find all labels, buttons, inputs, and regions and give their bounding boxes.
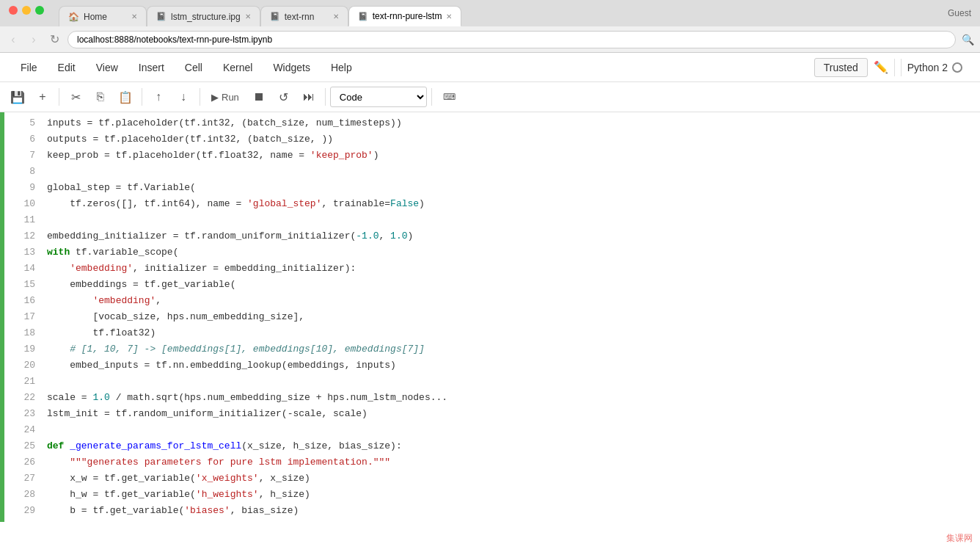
- tab-text-rnn-close[interactable]: ✕: [333, 12, 339, 21]
- line-num-13: 13: [10, 244, 35, 261]
- toolbar-sep-3: [200, 88, 200, 106]
- code-line-6: outputs = tf.placeholder(tf.int32, (batc…: [47, 131, 974, 148]
- line-num-24: 24: [10, 422, 35, 438]
- run-icon: ▶: [211, 92, 219, 103]
- paste-button[interactable]: 📋: [114, 85, 137, 109]
- code-line-9: global_step = tf.Variable(: [47, 180, 974, 196]
- line-num-26: 26: [10, 454, 35, 471]
- tab-active-favicon: 📓: [358, 12, 368, 21]
- code-line-23: lstm_init = tf.random_uniform_initialize…: [47, 406, 974, 422]
- code-line-17: [vocab_size, hps.num_embedding_size],: [47, 309, 974, 325]
- code-line-15: embeddings = tf.get_variable(: [47, 277, 974, 293]
- menu-edit[interactable]: Edit: [49, 59, 84, 76]
- line-num-18: 18: [10, 325, 35, 341]
- divider: [894, 59, 895, 76]
- move-up-button[interactable]: ↑: [147, 85, 170, 109]
- code-lines[interactable]: inputs = tf.placeholder(tf.int32, (batch…: [41, 112, 980, 522]
- add-cell-button[interactable]: +: [31, 85, 54, 109]
- tab-text-rnn[interactable]: 📓 text-rnn ✕: [260, 6, 348, 26]
- menu-cell[interactable]: Cell: [176, 59, 211, 76]
- save-button[interactable]: 💾: [6, 85, 29, 109]
- toolbar-sep-5: [431, 88, 432, 106]
- code-line-20: embed_inputs = tf.nn.embedding_lookup(em…: [47, 357, 974, 374]
- tab-text-rnn-pure-lstm[interactable]: 📓 text-rnn-pure-lstm ✕: [348, 6, 462, 26]
- line-num-20: 20: [10, 357, 35, 374]
- code-line-14: 'embedding', initializer = embedding_ini…: [47, 261, 974, 277]
- trusted-button[interactable]: Trusted: [814, 58, 868, 77]
- menu-widgets[interactable]: Widgets: [264, 59, 319, 76]
- code-line-8: [47, 164, 974, 180]
- keyboard-shortcuts-button[interactable]: ⌨: [436, 85, 462, 109]
- line-num-16: 16: [10, 293, 35, 309]
- toolbar: 💾 + ✂ ⎘ 📋 ↑ ↓ ▶ Run ⏹ ↺ ⏭ Code Markdown …: [0, 82, 980, 112]
- tab-home-favicon: 🏠: [68, 12, 79, 22]
- line-num-17: 17: [10, 309, 35, 325]
- code-line-24: [47, 422, 974, 438]
- minimize-button[interactable]: [22, 6, 31, 15]
- tab-home-label: Home: [84, 12, 107, 22]
- code-line-28: h_w = tf.get_variable('h_weights', h_siz…: [47, 487, 974, 503]
- reload-button[interactable]: ↻: [47, 32, 62, 47]
- copy-button[interactable]: ⎘: [89, 85, 112, 109]
- interrupt-button[interactable]: ⏹: [247, 85, 271, 109]
- jupyter-menu: File Edit View Insert Cell Kernel Widget…: [0, 53, 980, 82]
- cell-content: 5 6 7 8 9 10 11 12 13 14 15 16 17 18 19 …: [4, 112, 980, 522]
- line-num-29: 29: [10, 503, 35, 519]
- tab-lstm-close[interactable]: ✕: [245, 12, 251, 21]
- tab-text-rnn-label: text-rnn: [285, 12, 315, 22]
- line-num-10: 10: [10, 196, 35, 212]
- line-num-25: 25: [10, 438, 35, 454]
- line-num-6: 6: [10, 131, 35, 148]
- line-num-21: 21: [10, 374, 35, 390]
- code-line-7: keep_prob = tf.placeholder(tf.float32, n…: [47, 148, 974, 164]
- line-num-14: 14: [10, 261, 35, 277]
- edit-icon[interactable]: ✏️: [874, 60, 888, 74]
- back-button[interactable]: ‹: [6, 32, 21, 47]
- kernel-info: Python 2: [901, 59, 968, 76]
- line-num-19: 19: [10, 341, 35, 357]
- restart-button[interactable]: ↺: [272, 85, 296, 109]
- code-line-25: def _generate_params_for_lstm_cell(x_siz…: [47, 438, 974, 454]
- cell-type-select[interactable]: Code Markdown Raw NBConvert Heading: [330, 87, 427, 107]
- line-num-9: 9: [10, 180, 35, 196]
- code-line-27: x_w = tf.get_variable('x_weights', x_siz…: [47, 471, 974, 487]
- close-button[interactable]: [9, 6, 18, 15]
- code-area[interactable]: 5 6 7 8 9 10 11 12 13 14 15 16 17 18 19 …: [0, 112, 980, 552]
- cut-button[interactable]: ✂: [64, 85, 87, 109]
- run-label: Run: [222, 92, 239, 103]
- toolbar-sep-4: [325, 88, 326, 106]
- run-button[interactable]: ▶ Run: [205, 85, 246, 109]
- code-line-12: embedding_initializer = tf.random_unifor…: [47, 228, 974, 244]
- code-line-11: [47, 212, 974, 228]
- code-line-16: 'embedding',: [47, 293, 974, 309]
- menu-file[interactable]: File: [12, 59, 46, 76]
- line-num-23: 23: [10, 406, 35, 422]
- watermark: 集课网: [946, 532, 973, 545]
- line-num-28: 28: [10, 487, 35, 503]
- menu-insert[interactable]: Insert: [130, 59, 173, 76]
- tab-home[interactable]: 🏠 Home ✕: [59, 6, 147, 26]
- line-num-7: 7: [10, 148, 35, 164]
- menu-kernel[interactable]: Kernel: [214, 59, 261, 76]
- code-cell: 5 6 7 8 9 10 11 12 13 14 15 16 17 18 19 …: [0, 112, 980, 522]
- code-line-19: # [1, 10, 7] -> [embeddings[1], embeddin…: [47, 341, 974, 357]
- tab-active-close[interactable]: ✕: [446, 12, 452, 21]
- tab-lstm-structure[interactable]: 📓 lstm_structure.ipg ✕: [147, 6, 260, 26]
- url-input[interactable]: [67, 31, 956, 48]
- tab-home-close[interactable]: ✕: [131, 12, 137, 21]
- forward-button[interactable]: ›: [26, 32, 41, 47]
- jupyter-notebook: File Edit View Insert Cell Kernel Widget…: [0, 53, 980, 552]
- tab-text-rnn-favicon: 📓: [270, 12, 280, 21]
- restart-run-button[interactable]: ⏭: [297, 85, 321, 109]
- menu-view[interactable]: View: [87, 59, 127, 76]
- line-num-27: 27: [10, 471, 35, 487]
- code-line-18: tf.float32): [47, 325, 974, 341]
- move-down-button[interactable]: ↓: [172, 85, 195, 109]
- line-num-5: 5: [10, 115, 35, 131]
- menu-help[interactable]: Help: [322, 59, 361, 76]
- search-icon: 🔍: [962, 34, 974, 46]
- window-controls: [0, 0, 53, 21]
- maximize-button[interactable]: [35, 6, 44, 15]
- toolbar-sep-2: [142, 88, 142, 106]
- code-line-13: with tf.variable_scope(: [47, 244, 974, 261]
